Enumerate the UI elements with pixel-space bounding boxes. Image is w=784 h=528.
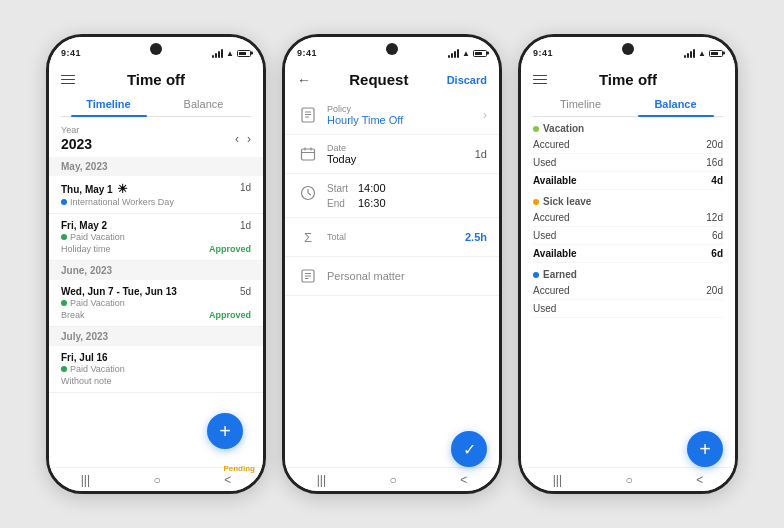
next-year-button[interactable]: ›: [247, 132, 251, 146]
tabs: Timeline Balance: [61, 92, 251, 117]
phone3-status-icons: ▲: [684, 49, 723, 58]
add-button[interactable]: +: [687, 431, 723, 467]
timeline-note: Holiday time: [61, 244, 111, 254]
screen2-header: ← Request Discard: [285, 65, 499, 92]
timeline-sub: Paid Vacation: [61, 298, 251, 308]
balance-row-used-earned: Used: [533, 300, 723, 318]
list-item[interactable]: Thu, May 1 ☀ 1d International Workers Da…: [49, 176, 263, 214]
screen1-header: Time off: [49, 65, 263, 92]
month-header-july: July, 2023: [49, 327, 263, 346]
timeline-note: Break: [61, 310, 85, 320]
date-value: Today: [327, 153, 475, 165]
signal-icon: [684, 49, 695, 58]
end-label: End: [327, 198, 352, 209]
battery-icon: [709, 50, 723, 57]
policy-value: Hourly Time Off: [327, 114, 483, 126]
tab-timeline[interactable]: Timeline: [533, 92, 628, 116]
note-icon: [297, 265, 319, 287]
policy-icon: [297, 104, 319, 126]
back-arrow-icon: ←: [297, 72, 311, 88]
battery-icon: [473, 50, 487, 57]
nav-back-icon[interactable]: <: [460, 473, 467, 487]
note-value: Personal matter: [327, 270, 487, 282]
timeline-days: 1d: [240, 182, 251, 193]
balance-row-available: Available 4d: [533, 172, 723, 190]
battery-icon: [237, 50, 251, 57]
timeline-days: 1d: [240, 220, 251, 231]
tab-timeline[interactable]: Timeline: [61, 92, 156, 116]
wifi-icon: ▲: [698, 49, 706, 58]
policy-row[interactable]: Policy Hourly Time Off ›: [285, 96, 499, 135]
timeline-date: Wed, Jun 7 - Tue, Jun 13: [61, 286, 177, 297]
prev-year-button[interactable]: ‹: [235, 132, 239, 146]
time-grid: Start 14:00 End 16:30: [327, 182, 487, 209]
add-timeoff-button[interactable]: +: [207, 413, 243, 449]
date-row[interactable]: Date Today 1d: [285, 135, 499, 174]
chevron-right-icon: ›: [483, 108, 487, 122]
timeline-note: Without note: [61, 376, 112, 386]
request-form: Policy Hourly Time Off › Date Today: [285, 92, 499, 467]
phone1-status-icons: ▲: [212, 49, 251, 58]
end-value: 16:30: [358, 197, 386, 209]
timeline-label-row: Break Approved: [61, 310, 251, 320]
nav-home-icon[interactable]: ○: [626, 473, 633, 487]
start-label: Start: [327, 183, 352, 194]
phone3-notch: 9:41 ▲: [521, 37, 735, 65]
phone2-time: 9:41: [297, 48, 317, 58]
category-sick-leave: Sick leave: [533, 196, 723, 207]
bottom-nav-2: ||| ○ <: [285, 467, 499, 491]
signal-icon: [448, 49, 459, 58]
note-field: Personal matter: [327, 270, 487, 282]
time-row: Start 14:00 End 16:30: [285, 174, 499, 218]
timeline-date: Fri, Jul 16: [61, 352, 108, 363]
status-badge: Approved: [209, 244, 251, 254]
balance-row-available-sick: Available 6d: [533, 245, 723, 263]
bottom-nav-3: ||| ○ <: [521, 467, 735, 491]
nav-menu-icon[interactable]: |||: [317, 473, 326, 487]
phone-1: 9:41 ▲ Time off: [46, 34, 266, 494]
category-earned: Earned: [533, 269, 723, 280]
date-field: Date Today: [327, 143, 475, 165]
list-item[interactable]: Wed, Jun 7 - Tue, Jun 13 5d Paid Vacatio…: [49, 280, 263, 327]
submit-button[interactable]: ✓: [451, 431, 487, 467]
category-vacation: Vacation: [533, 123, 723, 134]
phone-3: 9:41 ▲ Time off: [518, 34, 738, 494]
menu-icon[interactable]: [533, 75, 547, 85]
date-label: Date: [327, 143, 475, 153]
discard-button[interactable]: Discard: [447, 74, 487, 86]
year-section: Year 2023 ‹ ›: [49, 117, 263, 157]
phone1-notch: 9:41 ▲: [49, 37, 263, 65]
nav-back-icon[interactable]: <: [224, 473, 231, 487]
balance-content: Vacation Accured 20d Used 16d Available …: [521, 117, 735, 467]
balance-row-used: Used 16d: [533, 154, 723, 172]
tab-balance[interactable]: Balance: [628, 92, 723, 116]
phone2-notch: 9:41 ▲: [285, 37, 499, 65]
tabs-3: Timeline Balance: [533, 92, 723, 117]
note-row[interactable]: Personal matter: [285, 257, 499, 296]
timeline-sub: Paid Vacation: [61, 364, 251, 374]
nav-menu-icon[interactable]: |||: [553, 473, 562, 487]
total-label: Total: [327, 232, 465, 242]
policy-label: Policy: [327, 104, 483, 114]
page-title: Request: [349, 71, 408, 88]
list-item[interactable]: Fri, Jul 16 Paid Vacation Without note: [49, 346, 263, 393]
screen3-header: Time off: [521, 65, 735, 92]
wifi-icon: ▲: [226, 49, 234, 58]
svg-line-10: [308, 193, 311, 195]
phone3-time: 9:41: [533, 48, 553, 58]
phone-2: 9:41 ▲ ← Request: [282, 34, 502, 494]
timeline-sub: Paid Vacation: [61, 232, 251, 242]
wifi-icon: ▲: [462, 49, 470, 58]
list-item[interactable]: Fri, May 2 1d Paid Vacation Holiday time…: [49, 214, 263, 261]
nav-home-icon[interactable]: ○: [390, 473, 397, 487]
page-title: Time off: [599, 71, 657, 88]
total-field: Total: [327, 232, 465, 242]
nav-menu-icon[interactable]: |||: [81, 473, 90, 487]
total-row: Σ Total 2.5h: [285, 218, 499, 257]
tab-balance[interactable]: Balance: [156, 92, 251, 116]
nav-home-icon[interactable]: ○: [154, 473, 161, 487]
menu-icon[interactable]: [61, 75, 75, 85]
timeline-sub: International Workers Day: [61, 197, 251, 207]
nav-back-icon[interactable]: <: [696, 473, 703, 487]
back-button[interactable]: ←: [297, 72, 311, 88]
